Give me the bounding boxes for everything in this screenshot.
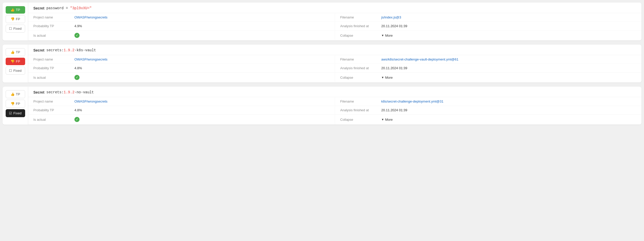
detail-row-probability-tp: Probability TP 4.9% [28,22,335,31]
secret-value: secrets:1.9.2-no-vault [46,90,94,94]
filename-label: Filename [340,15,381,19]
card-content: Secret password = "3pl9xXU=" Project nam… [28,3,641,41]
card-actions: 👍 TP 👎 FP ☐ Fixed [3,3,28,41]
collapse-label: Collapse [340,76,381,79]
fp-label: FP [16,17,20,21]
more-button[interactable]: ▼ More [381,118,393,122]
fixed-label: Fixed [13,27,22,31]
filename-value[interactable]: k8s/secret-challenge-deployment.yml@31 [381,99,443,103]
tp-button[interactable]: 👍 TP [6,90,25,98]
thumbs-up-icon: 👍 [11,8,15,12]
more-label: More [385,76,393,79]
is-actual-checkmark: ✓ [74,33,80,38]
analysis-finished-label: Analysis finished at [340,66,381,70]
card-card1: 👍 TP 👎 FP ☐ Fixed Secret password = "3pl… [3,3,641,41]
tp-label: TP [16,8,20,12]
details-grid: Project name OWASP/wrongsecrets Filename… [28,55,641,83]
secret-header: Secret secrets:1.9.2-no-vault [28,87,641,97]
tp-label: TP [16,50,20,54]
probability-tp-value: 4.9% [74,24,82,28]
fixed-button[interactable]: ☐ Fixed [6,25,25,33]
fp-label: FP [16,102,20,106]
detail-row-project-name: Project name OWASP/wrongsecrets [28,55,335,64]
checkbox-icon: ☐ [9,27,12,31]
filename-value[interactable]: js/index.js@3 [381,15,401,19]
details-grid: Project name OWASP/wrongsecrets Filename… [28,13,641,41]
analysis-finished-value: 20.11.2024 01:39 [381,108,407,112]
filename-label: Filename [340,57,381,61]
details-grid: Project name OWASP/wrongsecrets Filename… [28,97,641,125]
probability-tp-value: 4.8% [74,108,82,112]
detail-row-is-actual: Is actual ✓ [28,73,335,83]
fp-button[interactable]: 👎 FP [6,58,25,65]
analysis-finished-label: Analysis finished at [340,108,381,112]
card-content: Secret secrets:1.9.2-k8s-vault Project n… [28,45,641,83]
fp-button[interactable]: 👎 FP [6,15,25,23]
fixed-label: Fixed [13,111,22,115]
project-name-label: Project name [33,57,74,61]
analysis-finished-value: 20.11.2024 01:39 [381,66,407,70]
project-name-value[interactable]: OWASP/wrongsecrets [74,99,108,103]
analysis-finished-label: Analysis finished at [340,24,381,28]
analysis-finished-value: 20.11.2024 01:39 [381,24,407,28]
detail-row-is-actual: Is actual ✓ [28,31,335,41]
project-name-label: Project name [33,99,74,103]
card-card2: 👍 TP 👎 FP ☐ Fixed Secret secrets:1.9.2-k… [3,45,641,83]
secret-label: Secret [33,48,44,52]
detail-row-project-name: Project name OWASP/wrongsecrets [28,13,335,22]
more-label: More [385,118,393,122]
arrow-down-icon: ▼ [381,118,384,121]
secret-value: password = "3pl9xXU=" [46,6,92,10]
filename-value[interactable]: aws/k8s/secret-challenge-vault-deploymen… [381,57,458,61]
fp-button[interactable]: 👎 FP [6,100,25,108]
checkbox-icon: ☐ [9,69,12,73]
probability-tp-label: Probability TP [33,66,74,70]
is-actual-checkmark: ✓ [74,75,80,80]
thumbs-up-icon: 👍 [11,92,15,96]
secret-label: Secret [33,6,44,10]
collapse-label: Collapse [340,118,381,122]
more-button[interactable]: ▼ More [381,34,393,37]
project-name-value[interactable]: OWASP/wrongsecrets [74,15,108,19]
collapse-label: Collapse [340,34,381,37]
fixed-button[interactable]: ☐ Fixed [6,67,25,75]
detail-row-analysis-finished: Analysis finished at 20.11.2024 01:39 [335,106,641,115]
detail-row-analysis-finished: Analysis finished at 20.11.2024 01:39 [335,22,641,31]
card-card3: 👍 TP 👎 FP ☑ Fixed Secret secrets:1.9.2-n… [3,87,641,125]
filename-label: Filename [340,99,381,103]
arrow-down-icon: ▼ [381,76,384,79]
secret-header: Secret password = "3pl9xXU=" [28,3,641,13]
detail-row-filename: Filename k8s/secret-challenge-deployment… [335,97,641,106]
more-label: More [385,34,393,37]
detail-row-filename: Filename aws/k8s/secret-challenge-vault-… [335,55,641,64]
fp-label: FP [16,59,20,63]
detail-row-collapse-more: Collapse ▼ More [335,73,641,83]
secret-label: Secret [33,90,44,94]
detail-row-filename: Filename js/index.js@3 [335,13,641,22]
thumbs-down-icon: 👎 [11,59,15,63]
tp-button[interactable]: 👍 TP [6,6,25,14]
secret-header: Secret secrets:1.9.2-k8s-vault [28,45,641,55]
is-actual-label: Is actual [33,76,74,79]
detail-row-probability-tp: Probability TP 4.8% [28,106,335,115]
project-name-value[interactable]: OWASP/wrongsecrets [74,57,108,61]
card-actions: 👍 TP 👎 FP ☐ Fixed [3,45,28,83]
more-button[interactable]: ▼ More [381,76,393,79]
card-actions: 👍 TP 👎 FP ☑ Fixed [3,87,28,125]
secret-value: secrets:1.9.2-k8s-vault [46,48,96,52]
detail-row-probability-tp: Probability TP 4.8% [28,64,335,73]
tp-button[interactable]: 👍 TP [6,48,25,56]
thumbs-down-icon: 👎 [11,17,15,21]
fixed-button[interactable]: ☑ Fixed [6,109,25,117]
probability-tp-value: 4.8% [74,66,82,70]
tp-label: TP [16,92,20,96]
probability-tp-label: Probability TP [33,24,74,28]
thumbs-up-icon: 👍 [11,50,15,54]
is-actual-label: Is actual [33,34,74,37]
fixed-label: Fixed [13,69,22,73]
project-name-label: Project name [33,15,74,19]
detail-row-analysis-finished: Analysis finished at 20.11.2024 01:39 [335,64,641,73]
is-actual-label: Is actual [33,118,74,122]
detail-row-project-name: Project name OWASP/wrongsecrets [28,97,335,106]
detail-row-collapse-more: Collapse ▼ More [335,31,641,41]
